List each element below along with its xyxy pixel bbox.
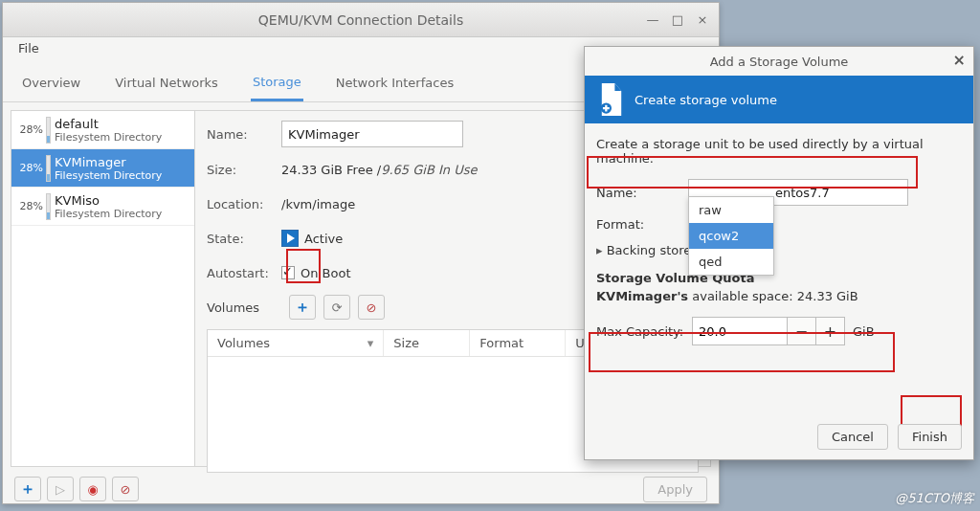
col-volumes[interactable]: Volumes ▾ [208,330,384,356]
label-format: Format: [596,217,688,232]
add-pool-button[interactable]: ＋ [14,477,41,501]
size-used: 9.65 GiB In Use [381,163,477,177]
pool-usage: 28% [11,162,46,174]
footer: ＋ ▷ ◉ ⊘ Apply [3,467,719,511]
finish-button[interactable]: Finish [898,424,962,450]
gauge-icon [46,155,51,182]
close-icon[interactable]: × [692,10,713,31]
label-size: Size: [207,163,281,177]
play-icon [281,230,299,247]
apply-button[interactable]: Apply [643,477,707,502]
tab-storage[interactable]: Storage [251,65,303,101]
gauge-icon [46,117,51,144]
label-state: State: [207,232,281,246]
tab-overview[interactable]: Overview [20,66,82,100]
pool-item[interactable]: 28% KVMimagerFilesystem Directory [11,149,194,188]
pool-item[interactable]: 28% defaultFilesystem Directory [11,111,194,149]
capacity-plus-button[interactable]: + [816,317,845,345]
dialog-title: Add a Storage Volume [710,55,849,69]
dialog-body: Create a storage unit to be used directl… [585,123,973,367]
pool-type: Filesystem Directory [55,131,162,144]
maximize-icon[interactable]: □ [667,10,688,31]
label-autostart: Autostart: [207,266,281,280]
storage-volume-icon [598,83,625,116]
pool-name-input[interactable] [281,121,463,147]
size-free: 24.33 GiB Free / [281,163,381,177]
pool-list: 28% defaultFilesystem Directory 28% KVMi… [11,111,195,466]
pool-type: Filesystem Directory [55,169,162,182]
pool-name: KVMimager [55,155,162,169]
pool-usage: 28% [11,123,46,136]
backing-store-expander[interactable]: Backing store [596,243,962,257]
window-controls: — □ × [642,10,713,31]
minimize-icon[interactable]: — [642,10,663,31]
add-storage-volume-dialog: Add a Storage Volume × Create storage vo… [584,46,974,460]
pool-name: KVMiso [55,193,162,208]
add-volume-button[interactable]: ＋ [289,295,316,320]
label-name: Name: [596,186,688,200]
sort-icon: ▾ [368,336,374,350]
tab-virtual-networks[interactable]: Virtual Networks [113,66,220,100]
quota-heading: Storage Volume Quota [596,271,962,285]
label-max-capacity: Max Capacity: [596,324,692,339]
label-volumes: Volumes [207,300,281,315]
col-size[interactable]: Size [384,330,470,356]
format-dropdown-menu: raw qcow2 qed [688,196,774,276]
dialog-description: Create a storage unit to be used directl… [596,137,962,166]
watermark: @51CTO博客 [895,490,974,507]
pool-item[interactable]: 28% KVMisoFilesystem Directory [11,188,194,226]
state-value: Active [304,232,343,246]
label-name: Name: [207,127,281,142]
menu-file[interactable]: File [12,37,45,59]
capacity-minus-button[interactable]: − [788,317,816,345]
start-pool-button[interactable]: ▷ [47,477,74,501]
highlight-box [286,249,321,283]
dialog-banner: Create storage volume [585,76,973,123]
dialog-titlebar: Add a Storage Volume × [585,47,973,76]
banner-text: Create storage volume [635,93,777,107]
capacity-unit: GiB [853,324,875,339]
titlebar: QEMU/KVM Connection Details — □ × [3,3,719,37]
quota-text: KVMimager's available space: 24.33 GiB [596,289,962,303]
format-option-qed[interactable]: qed [689,249,773,275]
format-option-raw[interactable]: raw [689,197,773,223]
window-title: QEMU/KVM Connection Details [258,12,463,28]
pool-name: default [55,117,162,131]
pool-type: Filesystem Directory [55,208,162,220]
pool-usage: 28% [11,200,46,212]
close-icon[interactable]: × [953,51,966,69]
refresh-volumes-button[interactable]: ⟳ [323,295,350,320]
tab-network-interfaces[interactable]: Network Interfaces [334,66,456,100]
dialog-actions: Cancel Finish [817,424,962,450]
delete-volume-button[interactable]: ⊘ [358,295,385,320]
label-location: Location: [207,197,281,211]
format-option-qcow2[interactable]: qcow2 [689,223,773,249]
location-value: /kvm/image [281,197,355,211]
gauge-icon [46,193,51,220]
cancel-button[interactable]: Cancel [817,424,888,450]
delete-pool-button[interactable]: ⊘ [112,477,139,501]
col-format[interactable]: Format [470,330,566,356]
stop-pool-button[interactable]: ◉ [79,477,106,501]
capacity-stepper: − + [692,317,845,345]
capacity-input[interactable] [692,317,788,345]
